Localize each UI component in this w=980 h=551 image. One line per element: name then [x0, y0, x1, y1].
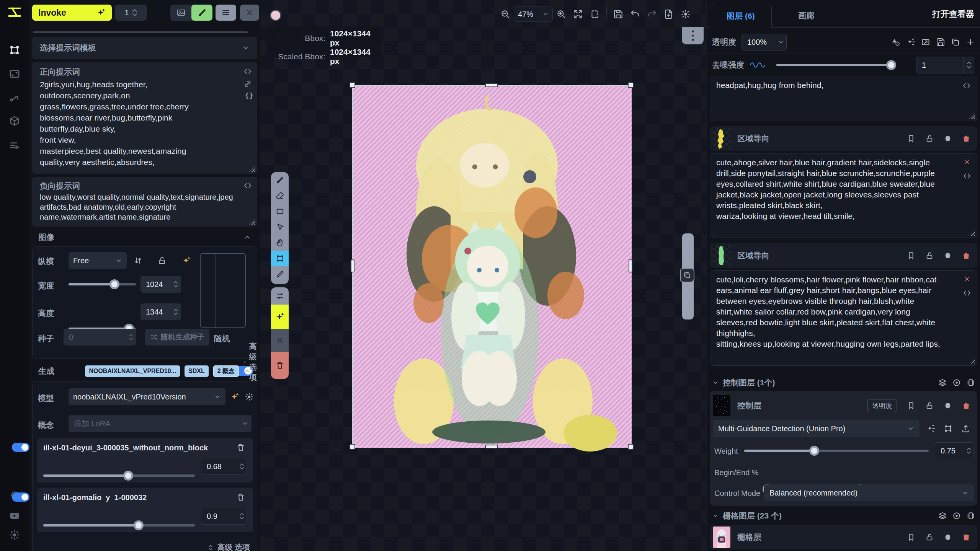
chevron-down-icon[interactable] — [712, 379, 719, 386]
regional-prompt-text[interactable]: cute,loli,cherry blossoms,hair flower,pi… — [716, 274, 952, 349]
step-down-icon[interactable] — [132, 13, 137, 16]
step-down-icon[interactable] — [240, 467, 244, 470]
bbox-handle[interactable] — [629, 259, 632, 272]
canvas-settings-gear-icon[interactable] — [681, 9, 691, 19]
resize-handle-icon[interactable] — [249, 166, 255, 172]
pan-tool-button[interactable] — [271, 235, 289, 251]
fit-view-icon[interactable] — [573, 9, 583, 19]
layer-header[interactable]: 区域导向 — [710, 243, 977, 268]
brush-mode-button[interactable] — [191, 5, 212, 21]
step-down-icon[interactable] — [173, 285, 178, 288]
lora-weight-knob[interactable] — [134, 520, 144, 530]
canvas-tab-icon[interactable] — [9, 44, 20, 56]
device-frame-icon[interactable] — [967, 512, 975, 520]
bbox-transform-icon[interactable] — [944, 424, 953, 433]
bbox-tool-button[interactable] — [271, 251, 289, 266]
generation-section-header[interactable]: 生成 NOOBAIXLNAIXL_VPRED10... SDXL 2 概念 — [32, 364, 257, 379]
resize-handle-icon[interactable] — [969, 230, 975, 236]
prompt-template-select[interactable]: 选择提示词模板 — [32, 37, 257, 59]
upload-icon[interactable] — [961, 424, 970, 433]
step-up-icon[interactable] — [967, 61, 972, 65]
trash-icon[interactable] — [236, 443, 245, 452]
fill-color-icon[interactable] — [944, 533, 952, 541]
visibility-icon[interactable] — [952, 378, 961, 387]
image-mode-button[interactable] — [170, 5, 191, 21]
lora-weight-slider[interactable] — [43, 517, 195, 534]
width-input[interactable]: 1024 — [140, 276, 181, 293]
redo-icon[interactable] — [647, 9, 657, 19]
auto-wand-icon[interactable] — [906, 37, 915, 47]
color-swatch[interactable] — [270, 10, 281, 21]
regional-prompt-box[interactable]: headpat,hug,hug from behind, — [710, 76, 977, 121]
filter-settings-button[interactable] — [271, 287, 289, 305]
regional-prompt-text[interactable]: cute,ahoge,silver hair,blue hair,gradien… — [716, 157, 952, 222]
trash-icon[interactable] — [236, 492, 245, 502]
trash-icon[interactable] — [962, 251, 970, 260]
invoke-region-button[interactable] — [271, 305, 289, 329]
chevron-down-icon[interactable] — [712, 512, 719, 519]
model-select[interactable]: noobaiXLNAIXL_vPred10Version — [69, 388, 225, 405]
image-section-header[interactable]: 图像 — [32, 230, 257, 244]
width-slider[interactable] — [69, 276, 136, 293]
undo-icon[interactable] — [630, 9, 640, 19]
step-up-icon[interactable] — [240, 513, 244, 516]
fill-color-icon[interactable] — [944, 134, 952, 143]
bookmark-icon[interactable] — [907, 134, 915, 143]
raster-layers-section-header[interactable]: 栅格图层 (23 个) — [707, 510, 980, 522]
bbox-handle[interactable] — [628, 444, 634, 450]
trash-icon[interactable] — [962, 401, 970, 410]
control-model-select[interactable]: Multi-Guidance Detection (Union Pro) — [713, 420, 920, 437]
lora-weight-knob[interactable] — [123, 471, 133, 481]
lock-open-icon[interactable] — [925, 251, 934, 260]
seed-input[interactable]: 0 — [64, 329, 136, 346]
control-mode-select[interactable]: Balanced (recommended) — [764, 484, 974, 501]
lora-toggle[interactable] — [12, 443, 29, 452]
code-icon[interactable] — [243, 67, 252, 76]
code-icon[interactable] — [963, 172, 971, 180]
generation-advanced-options[interactable]: 高级 选项 — [207, 542, 250, 551]
cancel-region-button[interactable] — [271, 329, 289, 352]
bbox-handle[interactable] — [485, 445, 498, 448]
layer-header[interactable]: 区域导向 — [710, 126, 977, 151]
regional-prompt-text[interactable]: headpat,hug,hug from behind, — [716, 80, 952, 91]
zoom-in-icon[interactable] — [556, 9, 566, 19]
bbox-handle[interactable] — [485, 83, 498, 87]
new-canvas-icon[interactable] — [664, 9, 674, 19]
step-down-icon[interactable] — [967, 451, 971, 454]
trash-icon[interactable] — [962, 134, 970, 143]
swap-dimensions-icon[interactable] — [134, 256, 143, 265]
bbox-handle[interactable] — [350, 444, 355, 450]
upscale-tab-icon[interactable] — [9, 68, 20, 80]
lock-open-icon[interactable] — [925, 533, 934, 541]
lock-open-icon[interactable] — [925, 401, 934, 410]
canvas-menu-button[interactable] — [682, 27, 704, 44]
lora-weight-slider[interactable] — [43, 467, 195, 484]
model-settings-gear-icon[interactable] — [245, 392, 254, 401]
generation-bbox[interactable] — [352, 85, 631, 447]
shapes-filter-icon[interactable] — [891, 37, 900, 47]
step-up-icon[interactable] — [132, 9, 137, 12]
denoise-input[interactable]: 1 — [916, 57, 974, 73]
remove-prompt-icon[interactable] — [963, 158, 971, 166]
bookmark-icon[interactable] — [907, 251, 915, 260]
control-layers-section-header[interactable]: 控制图层 (1个) — [707, 377, 980, 389]
weight-input[interactable]: 0.75 — [935, 442, 974, 459]
youtube-icon[interactable] — [9, 510, 20, 522]
fit-bbox-icon[interactable] — [590, 9, 600, 19]
remove-prompt-icon[interactable] — [963, 275, 971, 283]
queue-count-stepper[interactable]: 1 — [115, 5, 147, 21]
negative-prompt-text[interactable]: low quality,worst quality,normal quality… — [40, 192, 238, 222]
optimize-sparkle-icon[interactable] — [182, 256, 191, 265]
canvas-area[interactable]: Bbox: 1024×1344 px Scaled Bbox: 1024×134… — [260, 0, 706, 551]
fit-frame-icon[interactable] — [921, 37, 930, 47]
layer-header[interactable]: 栅格层 — [710, 525, 977, 549]
positive-prompt-text[interactable]: 2girls,yuri,hug,heads together, outdoors… — [40, 79, 238, 168]
compare-button[interactable] — [680, 268, 694, 282]
width-slider-knob[interactable] — [109, 279, 119, 289]
layers-icon[interactable] — [938, 512, 947, 520]
layers-icon[interactable] — [938, 378, 947, 387]
step-up-icon[interactable] — [240, 463, 244, 466]
resize-handle-icon[interactable] — [969, 113, 975, 119]
add-layer-icon[interactable] — [966, 37, 975, 47]
settings-gear-icon[interactable] — [9, 529, 20, 541]
